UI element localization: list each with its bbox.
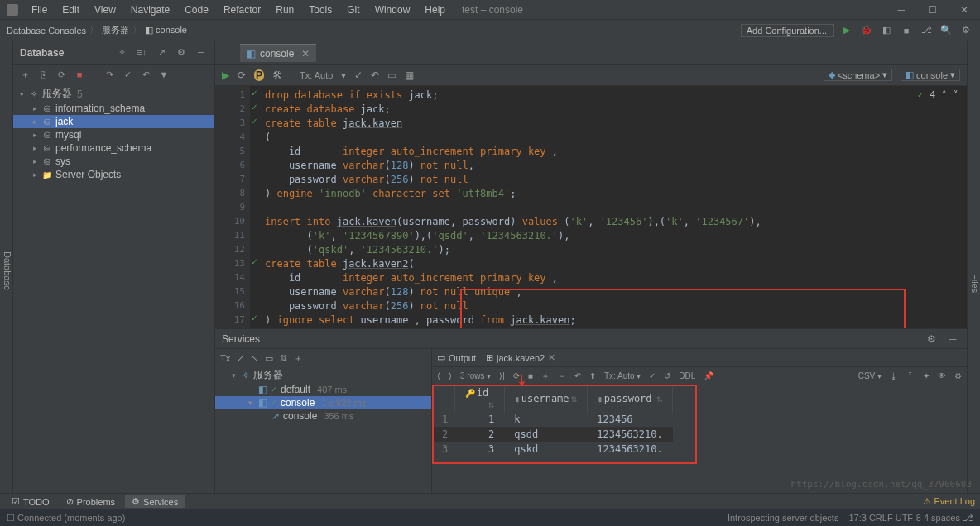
minimize-button[interactable]: ─	[892, 4, 910, 16]
menu-view[interactable]: View	[88, 2, 122, 17]
output-icon[interactable]: ▭	[387, 69, 396, 81]
svc-child[interactable]: ↗console356 ms	[215, 409, 431, 423]
view-mode-icon[interactable]: ✦	[923, 371, 930, 380]
db-root[interactable]: ▾✧服务器5	[13, 86, 214, 102]
chevron-down-icon[interactable]: ˅	[954, 89, 958, 100]
svc-tab-Output[interactable]: ▭Output	[437, 352, 476, 363]
redo-icon[interactable]: ↷	[103, 69, 116, 80]
add-service-icon[interactable]: ＋	[294, 352, 303, 365]
upload-data-icon[interactable]: ⭱	[906, 371, 915, 380]
commit-ed-icon[interactable]: ✓	[354, 69, 363, 81]
db-node-Server Objects[interactable]: ▸📁Server Objects	[13, 168, 214, 181]
compare-icon[interactable]: ⇅	[280, 353, 287, 364]
col-id[interactable]: 🔑id⇅	[454, 385, 504, 412]
jump-icon[interactable]: ↗	[155, 47, 168, 58]
settings-icon-ed[interactable]: 🛠	[272, 69, 282, 81]
services-settings-icon[interactable]: ⚙	[924, 333, 939, 345]
ddl-button[interactable]: DDL	[679, 371, 695, 380]
maximize-button[interactable]: ☐	[923, 4, 942, 16]
hide-icon[interactable]: ─	[195, 47, 208, 58]
gear-icon[interactable]: ⚙	[175, 47, 188, 58]
rollback-ed-icon[interactable]: ↶	[371, 69, 379, 81]
close-button[interactable]: ✕	[955, 4, 973, 16]
db-node-jack[interactable]: ▸⛁jack	[13, 115, 214, 128]
event-log-button[interactable]: ⚠ Event Log	[923, 496, 975, 507]
svc-item-console[interactable]: ▾◧✓console1 s 922 ms	[215, 396, 431, 409]
tab-close-icon[interactable]: ✕	[301, 48, 310, 60]
menu-git[interactable]: Git	[340, 2, 366, 17]
db-node-mysql[interactable]: ▸⛁mysql	[13, 128, 214, 141]
tx-dropdown-icon[interactable]: ▾	[341, 69, 346, 81]
col-username[interactable]: ▮username⇅	[504, 385, 587, 412]
git-icon[interactable]: ⎇	[919, 25, 934, 36]
menu-navigate[interactable]: Navigate	[124, 2, 176, 17]
execute-icon[interactable]: ▶	[222, 69, 229, 81]
svc-tab-jack.kaven2[interactable]: ⊞jack.kaven2✕	[486, 352, 555, 363]
commit-data-icon[interactable]: ✓	[649, 371, 656, 380]
table-row[interactable]: 22qsdd1234563210.	[432, 427, 673, 442]
bottom-tab-todo[interactable]: ☑TODO	[5, 495, 56, 508]
db-node-information_schema[interactable]: ▸⛁information_schema	[13, 102, 214, 115]
rollback-icon[interactable]: ↶	[139, 69, 152, 80]
right-tool-stripe[interactable]: Files	[967, 41, 980, 493]
table-row[interactable]: 11k123456	[432, 412, 673, 427]
prev-page-icon[interactable]: ⟨	[437, 371, 440, 380]
filter-icon[interactable]: ▼	[157, 69, 171, 79]
editor-tab-console[interactable]: ◧ console ✕	[240, 44, 316, 62]
breadcrumb-part[interactable]: ◧ console	[145, 25, 187, 36]
stop-icon[interactable]: ■	[899, 26, 914, 36]
sql-editor[interactable]: 123456789101112131415161718 ✓✓✓✓✓✓ drop …	[215, 86, 967, 328]
menu-code[interactable]: Code	[178, 2, 215, 17]
svc-root[interactable]: ▾✧服务器	[215, 367, 431, 383]
table-row[interactable]: 33qskd1234563210.	[432, 442, 673, 457]
new-datasource-icon[interactable]: ✧	[115, 47, 128, 58]
submit-icon[interactable]: ⬆	[589, 371, 596, 380]
rollback-data-icon[interactable]: ↺	[664, 371, 670, 380]
next-page-icon[interactable]: ⟩	[449, 371, 452, 380]
close-icon[interactable]: ✕	[548, 352, 555, 363]
search-icon[interactable]: 🔍	[939, 25, 954, 36]
settings-icon[interactable]: ⚙	[958, 25, 973, 36]
refresh-icon[interactable]: ≡↓	[135, 47, 148, 58]
result-grid[interactable]: ➘ 🔑id⇅▮username⇅▮password⇅11k12345622qsd…	[432, 385, 967, 457]
execute-plan-icon[interactable]: P	[254, 69, 264, 81]
run-icon[interactable]: ▶	[839, 25, 854, 36]
svc-item-default[interactable]: ◧✓default407 ms	[215, 383, 431, 396]
breadcrumb-part[interactable]: 服务器	[102, 24, 129, 36]
db-node-sys[interactable]: ▸⛁sys	[13, 155, 214, 168]
run-configuration-dropdown[interactable]: Add Configuration...	[741, 24, 834, 37]
csv-button[interactable]: CSV ▾	[858, 371, 882, 380]
data-settings-icon[interactable]: ⚙	[954, 371, 962, 380]
sync-icon[interactable]: ⟳	[55, 69, 68, 80]
revert-icon[interactable]: ↶	[574, 371, 581, 380]
params-icon[interactable]: ▦	[405, 69, 414, 81]
history-icon[interactable]: ⟳	[238, 69, 246, 81]
menu-window[interactable]: Window	[368, 2, 417, 17]
db-node-performance_schema[interactable]: ▸⛁performance_schema	[13, 141, 214, 155]
menu-help[interactable]: Help	[418, 2, 452, 17]
tx-icon[interactable]: Tx	[220, 353, 230, 363]
collapse-icon[interactable]: ⤡	[251, 353, 258, 364]
add-row-icon[interactable]: ＋	[541, 371, 550, 382]
services-hide-icon[interactable]: ─	[945, 333, 960, 345]
menu-edit[interactable]: Edit	[55, 2, 86, 17]
pin-icon[interactable]: 📌	[704, 371, 713, 380]
plus-icon[interactable]: ＋	[18, 69, 31, 81]
col-password[interactable]: ▮password⇅	[587, 385, 672, 412]
eye-icon[interactable]: 👁	[938, 371, 946, 380]
tx-mode-data[interactable]: Tx: Auto ▾	[604, 371, 641, 380]
commit-icon[interactable]: ✓	[121, 69, 134, 80]
menu-refactor[interactable]: Refactor	[217, 2, 267, 17]
bottom-tab-services[interactable]: ⚙Services	[125, 495, 185, 508]
coverage-icon[interactable]: ◧	[879, 25, 894, 36]
console-selector[interactable]: ◧console▾	[901, 69, 960, 81]
remove-row-icon[interactable]: －	[558, 371, 566, 382]
last-page-icon[interactable]: ⟩|	[499, 371, 505, 380]
copy-icon[interactable]: ⎘	[36, 69, 50, 79]
tx-mode[interactable]: Tx: Auto	[300, 70, 333, 80]
download-icon[interactable]: ⭳	[890, 371, 898, 380]
menu-run[interactable]: Run	[269, 2, 300, 17]
bottom-tab-problems[interactable]: ⊘Problems	[60, 495, 122, 508]
left-tool-stripe[interactable]: Database	[0, 41, 13, 493]
breadcrumb-part[interactable]: Database Consoles	[7, 26, 86, 36]
